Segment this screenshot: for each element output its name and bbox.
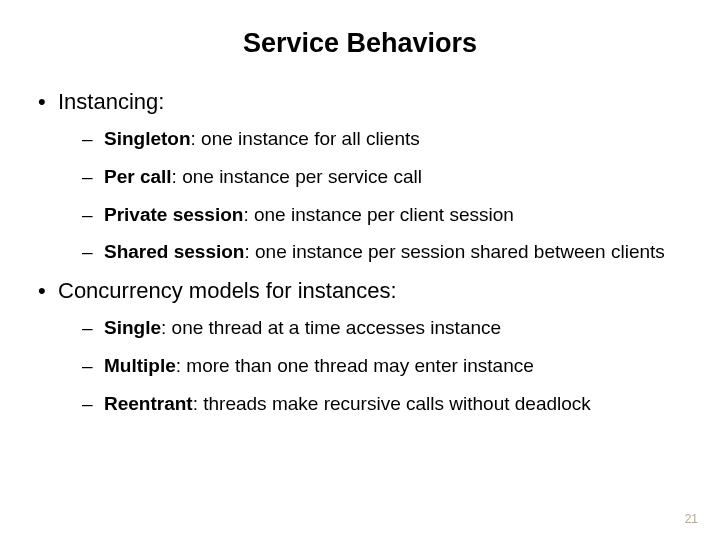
desc: : one instance per service call — [172, 166, 422, 187]
section-concurrency: Concurrency models for instances: Single… — [36, 278, 684, 415]
desc: : one thread at a time accesses instance — [161, 317, 501, 338]
list-item: Singleton: one instance for all clients — [82, 127, 684, 151]
slide-title: Service Behaviors — [36, 28, 684, 59]
list-item: Private session: one instance per client… — [82, 203, 684, 227]
desc: : one instance per client session — [243, 204, 513, 225]
desc: : one instance for all clients — [191, 128, 420, 149]
term: Single — [104, 317, 161, 338]
desc: : one instance per session shared betwee… — [244, 241, 664, 262]
term: Shared session — [104, 241, 244, 262]
section-heading: Concurrency models for instances: — [58, 278, 397, 303]
term: Multiple — [104, 355, 176, 376]
list-item: Reentrant: threads make recursive calls … — [82, 392, 684, 416]
bullet-list: Instancing: Singleton: one instance for … — [36, 89, 684, 415]
list-item: Per call: one instance per service call — [82, 165, 684, 189]
list-item: Single: one thread at a time accesses in… — [82, 316, 684, 340]
desc: : more than one thread may enter instanc… — [176, 355, 534, 376]
slide: Service Behaviors Instancing: Singleton:… — [0, 0, 720, 540]
section-instancing: Instancing: Singleton: one instance for … — [36, 89, 684, 264]
sub-list: Singleton: one instance for all clients … — [58, 127, 684, 264]
term: Reentrant — [104, 393, 193, 414]
section-heading: Instancing: — [58, 89, 164, 114]
list-item: Multiple: more than one thread may enter… — [82, 354, 684, 378]
list-item: Shared session: one instance per session… — [82, 240, 684, 264]
sub-list: Single: one thread at a time accesses in… — [58, 316, 684, 415]
term: Per call — [104, 166, 172, 187]
desc: : threads make recursive calls without d… — [193, 393, 591, 414]
page-number: 21 — [685, 512, 698, 526]
term: Private session — [104, 204, 243, 225]
term: Singleton — [104, 128, 191, 149]
